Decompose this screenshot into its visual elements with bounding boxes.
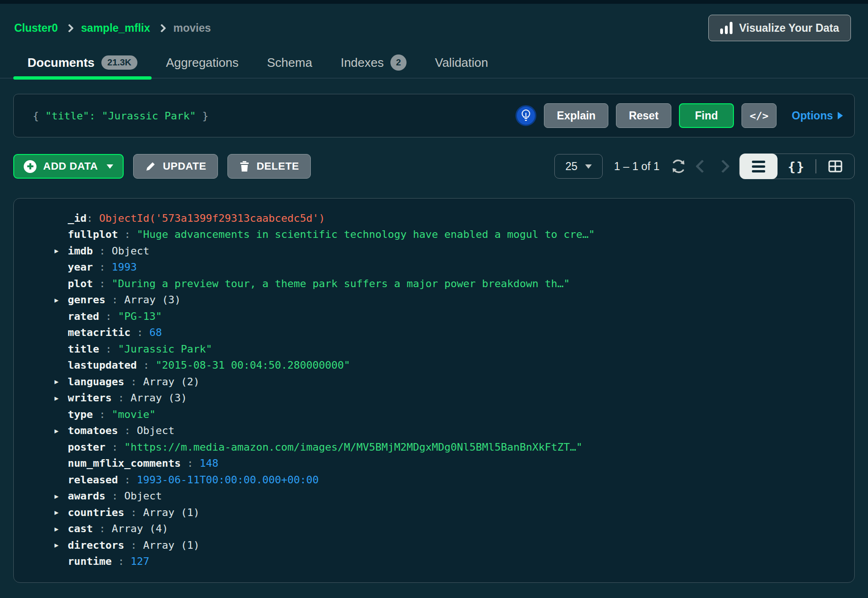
- field-key: languages: [68, 376, 124, 388]
- field-key: released: [68, 474, 118, 486]
- add-data-button[interactable]: ADD DATA: [13, 154, 124, 179]
- page-size-select[interactable]: 25: [554, 154, 603, 179]
- tab-indexes[interactable]: Indexes 2: [326, 47, 421, 78]
- plus-circle-icon: [24, 160, 36, 173]
- json-view-button[interactable]: {}: [778, 154, 815, 179]
- field-key: lastupdated: [68, 359, 137, 371]
- expand-caret-icon[interactable]: [54, 524, 68, 534]
- expand-caret-icon[interactable]: [54, 491, 68, 501]
- document-row-languages[interactable]: languages : Array (2): [14, 373, 840, 390]
- field-key: rated: [68, 310, 99, 322]
- query-body: "title": "Jurassic Park": [45, 110, 196, 122]
- document-row-countries[interactable]: countries : Array (1): [14, 504, 840, 521]
- expand-caret-icon[interactable]: [54, 507, 68, 517]
- list-view-button[interactable]: [740, 154, 778, 179]
- field-separator: :: [93, 278, 112, 290]
- collection-tabs: Documents 21.3K Aggregations Schema Inde…: [0, 47, 868, 79]
- field-key: type: [68, 408, 93, 420]
- export-to-language-button[interactable]: </>: [741, 103, 777, 128]
- field-separator: :: [137, 359, 156, 371]
- tab-schema[interactable]: Schema: [253, 47, 326, 78]
- field-value: Object: [137, 425, 174, 436]
- field-value: Array (3): [130, 392, 187, 404]
- document-row-directors[interactable]: directors : Array (1): [14, 537, 840, 553]
- document-row-rated[interactable]: rated : "PG-13": [14, 308, 840, 325]
- document-row-fullplot[interactable]: fullplot : "Huge advancements in scienti…: [14, 227, 840, 243]
- tab-documents[interactable]: Documents 21.3K: [13, 47, 152, 78]
- field-key: cast: [68, 523, 93, 535]
- field-value: Object: [124, 490, 162, 502]
- tab-schema-label: Schema: [267, 55, 312, 70]
- document-row-poster[interactable]: poster : "https://m.media-amazon.com/ima…: [14, 439, 840, 455]
- field-separator: :: [93, 523, 112, 535]
- field-separator: :: [124, 539, 143, 551]
- field-separator: :: [118, 474, 137, 486]
- field-value: Array (3): [124, 294, 181, 306]
- expand-caret-icon[interactable]: [54, 246, 68, 255]
- visualize-your-data-button[interactable]: Visualize Your Data: [708, 15, 851, 41]
- document-row-type[interactable]: type : "movie": [14, 406, 840, 423]
- expand-caret-icon[interactable]: [54, 295, 68, 305]
- document-field-list: _id : ObjectId('573a1399f29313caabcedc5d…: [14, 210, 840, 570]
- breadcrumb-cluster-link[interactable]: Cluster0: [14, 22, 58, 35]
- document-row-title[interactable]: title : "Jurassic Park": [14, 341, 840, 357]
- previous-page-button[interactable]: [697, 162, 707, 171]
- update-button[interactable]: UPDATE: [133, 154, 218, 179]
- expand-caret-icon[interactable]: [54, 393, 68, 403]
- options-label: Options: [792, 109, 833, 122]
- delete-button[interactable]: DELETE: [227, 154, 311, 179]
- expand-caret-icon: [54, 311, 68, 321]
- query-insights-lightbulb-icon[interactable]: [515, 105, 536, 126]
- document-row-cast[interactable]: cast : Array (4): [14, 521, 840, 537]
- document-row-num_mflix_comments[interactable]: num_mflix_comments : 148: [14, 455, 840, 472]
- document-row-imdb[interactable]: imdb : Object: [14, 243, 840, 259]
- document-row-tomatoes[interactable]: tomatoes : Object: [14, 423, 840, 439]
- tab-validation[interactable]: Validation: [421, 47, 502, 78]
- field-key: poster: [68, 441, 105, 453]
- document-row-year[interactable]: year : 1993: [14, 259, 840, 276]
- document-row-plot[interactable]: plot : "During a preview tour, a theme p…: [14, 275, 840, 292]
- query-close-brace: }: [196, 110, 208, 122]
- field-value: ObjectId('573a1399f29313caabcedc5d'): [99, 212, 325, 224]
- field-separator: :: [99, 343, 118, 355]
- explain-button[interactable]: Explain: [544, 103, 608, 128]
- expand-caret-icon[interactable]: [54, 540, 68, 550]
- document-row-released[interactable]: released : 1993-06-11T00:00:00.000+00:00: [14, 471, 840, 488]
- field-value: Object: [112, 245, 149, 257]
- expand-caret-icon: [54, 361, 68, 370]
- breadcrumb-database-link[interactable]: sample_mflix: [81, 22, 150, 35]
- query-options-toggle[interactable]: Options: [792, 109, 843, 122]
- field-value: Array (4): [112, 523, 168, 535]
- window-top-strip: [0, 0, 868, 4]
- documents-count-badge: 21.3K: [101, 55, 138, 70]
- expand-caret-icon[interactable]: [54, 426, 68, 435]
- document-row-writers[interactable]: writers : Array (3): [14, 390, 840, 407]
- field-separator: :: [105, 294, 124, 306]
- document-row-genres[interactable]: genres : Array (3): [14, 292, 840, 308]
- table-view-button[interactable]: [816, 154, 854, 179]
- document-row-metacritic[interactable]: metacritic : 68: [14, 325, 840, 341]
- document-row-awards[interactable]: awards : Object: [14, 488, 840, 505]
- reset-button[interactable]: Reset: [616, 103, 671, 128]
- refresh-button[interactable]: [671, 159, 686, 174]
- next-page-button[interactable]: [718, 162, 728, 171]
- document-row-runtime[interactable]: runtime : 127: [14, 553, 840, 570]
- document-row-_id[interactable]: _id : ObjectId('573a1399f29313caabcedc5d…: [14, 210, 840, 227]
- page-size-value: 25: [565, 160, 578, 173]
- expand-caret-icon[interactable]: [54, 377, 68, 386]
- lightbulb-glyph: [521, 109, 531, 122]
- tab-aggregations[interactable]: Aggregations: [152, 47, 253, 78]
- field-key: plot: [68, 278, 93, 290]
- indexes-count-badge: 2: [390, 54, 407, 71]
- query-input[interactable]: { "title": "Jurassic Park" }: [33, 110, 508, 122]
- field-value: "2015-08-31 00:04:50.280000000": [155, 359, 350, 371]
- find-button[interactable]: Find: [679, 103, 734, 128]
- document-row-lastupdated[interactable]: lastupdated : "2015-08-31 00:04:50.28000…: [14, 357, 840, 374]
- field-key: directors: [68, 539, 124, 551]
- active-tab-underline: [13, 76, 152, 80]
- chevron-right-icon: [157, 24, 166, 32]
- field-value: "movie": [112, 408, 156, 420]
- table-grid-icon: [828, 160, 842, 172]
- field-key: writers: [68, 392, 112, 404]
- field-key: num_mflix_comments: [68, 457, 181, 469]
